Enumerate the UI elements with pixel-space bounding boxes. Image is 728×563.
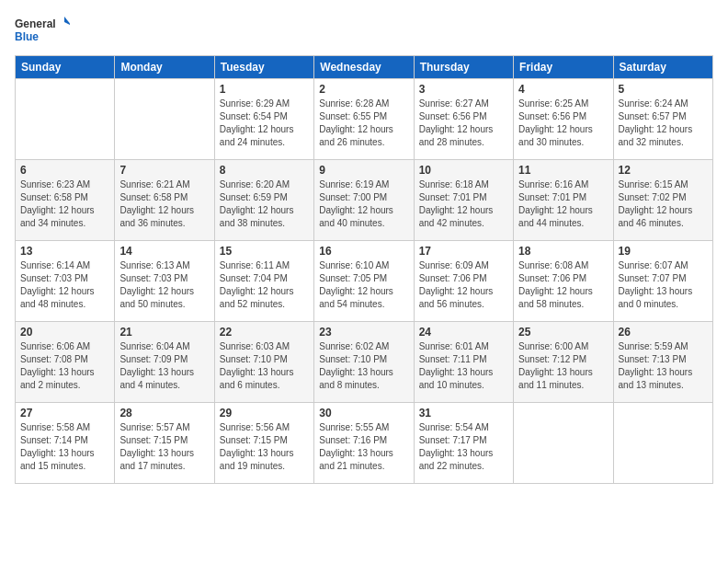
day-number: 27 <box>20 407 109 419</box>
day-number: 1 <box>220 83 309 96</box>
day-info: Sunrise: 6:01 AM Sunset: 7:11 PM Dayligh… <box>419 340 508 392</box>
day-info: Sunrise: 5:58 AM Sunset: 7:14 PM Dayligh… <box>20 421 109 473</box>
day-number: 12 <box>619 164 708 177</box>
day-number: 9 <box>319 164 408 177</box>
calendar-cell: 16Sunrise: 6:10 AM Sunset: 7:05 PM Dayli… <box>314 241 414 322</box>
day-info: Sunrise: 6:20 AM Sunset: 6:59 PM Dayligh… <box>220 178 309 230</box>
calendar-cell: 25Sunrise: 6:00 AM Sunset: 7:12 PM Dayli… <box>514 322 613 403</box>
weekday-header-monday: Monday <box>115 56 214 79</box>
calendar-cell: 19Sunrise: 6:07 AM Sunset: 7:07 PM Dayli… <box>613 241 712 322</box>
calendar-cell: 8Sunrise: 6:20 AM Sunset: 6:59 PM Daylig… <box>214 160 313 241</box>
day-info: Sunrise: 6:23 AM Sunset: 6:58 PM Dayligh… <box>20 178 109 230</box>
day-number: 2 <box>319 83 408 96</box>
day-info: Sunrise: 6:08 AM Sunset: 7:06 PM Dayligh… <box>518 259 608 311</box>
day-info: Sunrise: 6:28 AM Sunset: 6:55 PM Dayligh… <box>319 98 408 149</box>
calendar-cell: 13Sunrise: 6:14 AM Sunset: 7:03 PM Dayli… <box>16 241 115 322</box>
calendar-cell: 21Sunrise: 6:04 AM Sunset: 7:09 PM Dayli… <box>115 322 214 403</box>
day-number: 25 <box>518 326 608 339</box>
calendar-cell: 3Sunrise: 6:27 AM Sunset: 6:56 PM Daylig… <box>414 79 513 160</box>
day-number: 6 <box>20 164 109 177</box>
day-info: Sunrise: 6:04 AM Sunset: 7:09 PM Dayligh… <box>119 340 209 392</box>
day-info: Sunrise: 5:56 AM Sunset: 7:15 PM Dayligh… <box>220 421 309 473</box>
day-info: Sunrise: 5:57 AM Sunset: 7:15 PM Dayligh… <box>119 421 209 473</box>
day-info: Sunrise: 6:10 AM Sunset: 7:05 PM Dayligh… <box>319 259 408 311</box>
day-info: Sunrise: 6:27 AM Sunset: 6:56 PM Dayligh… <box>419 98 508 149</box>
day-number: 7 <box>119 164 209 177</box>
day-info: Sunrise: 6:09 AM Sunset: 7:06 PM Dayligh… <box>419 259 508 311</box>
logo-svg: General Blue <box>15 15 70 48</box>
day-number: 11 <box>518 164 608 177</box>
day-number: 20 <box>20 326 109 339</box>
svg-text:Blue: Blue <box>15 30 39 43</box>
calendar-cell: 24Sunrise: 6:01 AM Sunset: 7:11 PM Dayli… <box>414 322 513 403</box>
calendar-body: 1Sunrise: 6:29 AM Sunset: 6:54 PM Daylig… <box>16 79 713 484</box>
day-number: 15 <box>220 245 309 258</box>
day-info: Sunrise: 5:54 AM Sunset: 7:17 PM Dayligh… <box>419 421 508 473</box>
calendar-cell: 31Sunrise: 5:54 AM Sunset: 7:17 PM Dayli… <box>414 403 513 484</box>
day-number: 10 <box>419 164 508 177</box>
calendar-cell <box>514 403 613 484</box>
calendar-cell: 1Sunrise: 6:29 AM Sunset: 6:54 PM Daylig… <box>214 79 313 160</box>
day-number: 16 <box>319 245 408 258</box>
day-number: 5 <box>619 83 708 96</box>
calendar-week-5: 27Sunrise: 5:58 AM Sunset: 7:14 PM Dayli… <box>16 403 713 484</box>
calendar-cell: 22Sunrise: 6:03 AM Sunset: 7:10 PM Dayli… <box>214 322 313 403</box>
day-number: 29 <box>220 407 309 419</box>
day-info: Sunrise: 5:59 AM Sunset: 7:13 PM Dayligh… <box>619 340 708 392</box>
calendar-cell: 15Sunrise: 6:11 AM Sunset: 7:04 PM Dayli… <box>214 241 313 322</box>
day-info: Sunrise: 6:25 AM Sunset: 6:56 PM Dayligh… <box>518 98 608 149</box>
day-number: 23 <box>319 326 408 339</box>
calendar-cell: 23Sunrise: 6:02 AM Sunset: 7:10 PM Dayli… <box>314 322 414 403</box>
calendar-header: SundayMondayTuesdayWednesdayThursdayFrid… <box>16 56 713 79</box>
weekday-header-saturday: Saturday <box>613 56 712 79</box>
calendar-cell: 14Sunrise: 6:13 AM Sunset: 7:03 PM Dayli… <box>115 241 214 322</box>
calendar-cell: 28Sunrise: 5:57 AM Sunset: 7:15 PM Dayli… <box>115 403 214 484</box>
day-info: Sunrise: 6:07 AM Sunset: 7:07 PM Dayligh… <box>619 259 708 311</box>
day-info: Sunrise: 6:13 AM Sunset: 7:03 PM Dayligh… <box>119 259 209 311</box>
day-number: 19 <box>619 245 708 258</box>
day-number: 18 <box>518 245 608 258</box>
calendar-cell: 7Sunrise: 6:21 AM Sunset: 6:58 PM Daylig… <box>115 160 214 241</box>
calendar-cell: 10Sunrise: 6:18 AM Sunset: 7:01 PM Dayli… <box>414 160 513 241</box>
weekday-row: SundayMondayTuesdayWednesdayThursdayFrid… <box>16 56 713 79</box>
day-number: 8 <box>220 164 309 177</box>
day-info: Sunrise: 6:24 AM Sunset: 6:57 PM Dayligh… <box>619 98 708 149</box>
calendar-cell: 4Sunrise: 6:25 AM Sunset: 6:56 PM Daylig… <box>514 79 613 160</box>
day-info: Sunrise: 6:16 AM Sunset: 7:01 PM Dayligh… <box>518 178 608 230</box>
day-number: 31 <box>419 407 508 419</box>
day-number: 24 <box>419 326 508 339</box>
calendar-table: SundayMondayTuesdayWednesdayThursdayFrid… <box>15 55 713 484</box>
calendar-cell: 26Sunrise: 5:59 AM Sunset: 7:13 PM Dayli… <box>613 322 712 403</box>
calendar-cell: 17Sunrise: 6:09 AM Sunset: 7:06 PM Dayli… <box>414 241 513 322</box>
day-info: Sunrise: 6:21 AM Sunset: 6:58 PM Dayligh… <box>119 178 209 230</box>
day-number: 3 <box>419 83 508 96</box>
day-number: 26 <box>619 326 708 339</box>
calendar-cell <box>613 403 712 484</box>
calendar-cell <box>16 79 115 160</box>
weekday-header-thursday: Thursday <box>414 56 513 79</box>
calendar-cell: 29Sunrise: 5:56 AM Sunset: 7:15 PM Dayli… <box>214 403 313 484</box>
calendar-week-3: 13Sunrise: 6:14 AM Sunset: 7:03 PM Dayli… <box>16 241 713 322</box>
day-number: 14 <box>119 245 209 258</box>
day-info: Sunrise: 6:06 AM Sunset: 7:08 PM Dayligh… <box>20 340 109 392</box>
day-number: 4 <box>518 83 608 96</box>
day-number: 21 <box>119 326 209 339</box>
calendar-cell: 30Sunrise: 5:55 AM Sunset: 7:16 PM Dayli… <box>314 403 414 484</box>
calendar-cell: 20Sunrise: 6:06 AM Sunset: 7:08 PM Dayli… <box>16 322 115 403</box>
calendar-week-1: 1Sunrise: 6:29 AM Sunset: 6:54 PM Daylig… <box>16 79 713 160</box>
weekday-header-wednesday: Wednesday <box>314 56 414 79</box>
calendar-cell: 9Sunrise: 6:19 AM Sunset: 7:00 PM Daylig… <box>314 160 414 241</box>
svg-marker-2 <box>64 17 70 26</box>
calendar-cell <box>115 79 214 160</box>
calendar-cell: 27Sunrise: 5:58 AM Sunset: 7:14 PM Dayli… <box>16 403 115 484</box>
calendar-cell: 6Sunrise: 6:23 AM Sunset: 6:58 PM Daylig… <box>16 160 115 241</box>
day-info: Sunrise: 6:19 AM Sunset: 7:00 PM Dayligh… <box>319 178 408 230</box>
calendar-cell: 11Sunrise: 6:16 AM Sunset: 7:01 PM Dayli… <box>514 160 613 241</box>
day-number: 13 <box>20 245 109 258</box>
day-info: Sunrise: 6:00 AM Sunset: 7:12 PM Dayligh… <box>518 340 608 392</box>
day-info: Sunrise: 6:15 AM Sunset: 7:02 PM Dayligh… <box>619 178 708 230</box>
day-info: Sunrise: 6:14 AM Sunset: 7:03 PM Dayligh… <box>20 259 109 311</box>
day-number: 30 <box>319 407 408 419</box>
weekday-header-sunday: Sunday <box>16 56 115 79</box>
day-number: 28 <box>119 407 209 419</box>
